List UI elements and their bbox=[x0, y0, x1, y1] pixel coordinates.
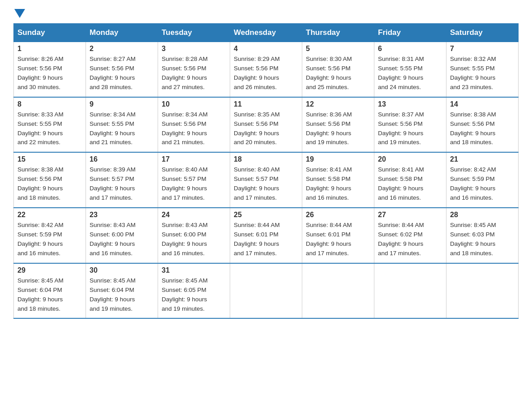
sun-info: Sunrise: 8:26 AMSunset: 5:56 PMDaylight:… bbox=[17, 55, 82, 92]
sun-info: Sunrise: 8:27 AMSunset: 5:56 PMDaylight:… bbox=[90, 55, 154, 92]
calendar-cell: 23Sunrise: 8:43 AMSunset: 6:00 PMDayligh… bbox=[86, 208, 158, 263]
calendar-cell: 20Sunrise: 8:41 AMSunset: 5:58 PMDayligh… bbox=[374, 152, 446, 208]
sun-info: Sunrise: 8:43 AMSunset: 6:00 PMDaylight:… bbox=[90, 221, 154, 258]
sun-info: Sunrise: 8:45 AMSunset: 6:04 PMDaylight:… bbox=[90, 276, 154, 314]
day-number: 4 bbox=[234, 45, 298, 53]
day-number: 6 bbox=[378, 45, 442, 53]
sun-info: Sunrise: 8:34 AMSunset: 5:56 PMDaylight:… bbox=[162, 110, 226, 148]
sun-info: Sunrise: 8:29 AMSunset: 5:56 PMDaylight:… bbox=[234, 55, 298, 92]
calendar-cell: 8Sunrise: 8:33 AMSunset: 5:55 PMDaylight… bbox=[14, 97, 86, 153]
sun-info: Sunrise: 8:31 AMSunset: 5:55 PMDaylight:… bbox=[378, 55, 442, 92]
day-number: 22 bbox=[17, 211, 82, 219]
day-number: 20 bbox=[378, 155, 442, 163]
calendar-cell: 16Sunrise: 8:39 AMSunset: 5:57 PMDayligh… bbox=[86, 152, 158, 208]
calendar-week-5: 29Sunrise: 8:45 AMSunset: 6:04 PMDayligh… bbox=[14, 263, 519, 319]
day-number: 8 bbox=[17, 100, 82, 108]
day-header-wednesday: Wednesday bbox=[230, 24, 302, 42]
day-header-saturday: Saturday bbox=[446, 24, 519, 42]
calendar-cell: 10Sunrise: 8:34 AMSunset: 5:56 PMDayligh… bbox=[158, 97, 230, 153]
calendar-week-1: 1Sunrise: 8:26 AMSunset: 5:56 PMDaylight… bbox=[14, 42, 519, 97]
sun-info: Sunrise: 8:45 AMSunset: 6:05 PMDaylight:… bbox=[162, 276, 226, 314]
sun-info: Sunrise: 8:44 AMSunset: 6:02 PMDaylight:… bbox=[378, 221, 442, 258]
day-header-sunday: Sunday bbox=[14, 24, 86, 42]
day-header-thursday: Thursday bbox=[302, 24, 374, 42]
calendar-cell: 3Sunrise: 8:28 AMSunset: 5:56 PMDaylight… bbox=[158, 42, 230, 97]
sun-info: Sunrise: 8:42 AMSunset: 5:59 PMDaylight:… bbox=[450, 165, 515, 203]
day-number: 23 bbox=[90, 211, 154, 219]
day-number: 5 bbox=[306, 45, 370, 53]
day-number: 29 bbox=[17, 266, 82, 274]
calendar-cell: 6Sunrise: 8:31 AMSunset: 5:55 PMDaylight… bbox=[374, 42, 446, 97]
sun-info: Sunrise: 8:42 AMSunset: 5:59 PMDaylight:… bbox=[17, 221, 82, 258]
day-header-tuesday: Tuesday bbox=[158, 24, 230, 42]
sun-info: Sunrise: 8:40 AMSunset: 5:57 PMDaylight:… bbox=[234, 165, 298, 203]
sun-info: Sunrise: 8:44 AMSunset: 6:01 PMDaylight:… bbox=[306, 221, 370, 258]
calendar-week-2: 8Sunrise: 8:33 AMSunset: 5:55 PMDaylight… bbox=[14, 97, 519, 153]
calendar-cell: 4Sunrise: 8:29 AMSunset: 5:56 PMDaylight… bbox=[230, 42, 302, 97]
sun-info: Sunrise: 8:38 AMSunset: 5:56 PMDaylight:… bbox=[450, 110, 515, 148]
day-number: 1 bbox=[17, 45, 82, 53]
calendar-cell: 29Sunrise: 8:45 AMSunset: 6:04 PMDayligh… bbox=[14, 263, 86, 319]
day-number: 13 bbox=[378, 100, 442, 108]
sun-info: Sunrise: 8:44 AMSunset: 6:01 PMDaylight:… bbox=[234, 221, 298, 258]
sun-info: Sunrise: 8:38 AMSunset: 5:56 PMDaylight:… bbox=[17, 165, 82, 203]
day-number: 3 bbox=[162, 45, 226, 53]
calendar-cell: 19Sunrise: 8:41 AMSunset: 5:58 PMDayligh… bbox=[302, 152, 374, 208]
sun-info: Sunrise: 8:39 AMSunset: 5:57 PMDaylight:… bbox=[90, 165, 154, 203]
sun-info: Sunrise: 8:28 AMSunset: 5:56 PMDaylight:… bbox=[162, 55, 226, 92]
day-number: 16 bbox=[90, 155, 154, 163]
calendar-cell: 28Sunrise: 8:45 AMSunset: 6:03 PMDayligh… bbox=[446, 208, 519, 263]
day-number: 11 bbox=[234, 100, 298, 108]
day-number: 15 bbox=[17, 155, 82, 163]
calendar-cell: 13Sunrise: 8:37 AMSunset: 5:56 PMDayligh… bbox=[374, 97, 446, 153]
calendar-cell: 30Sunrise: 8:45 AMSunset: 6:04 PMDayligh… bbox=[86, 263, 158, 319]
day-header-friday: Friday bbox=[374, 24, 446, 42]
logo-triangle-icon bbox=[14, 9, 25, 18]
sun-info: Sunrise: 8:43 AMSunset: 6:00 PMDaylight:… bbox=[162, 221, 226, 258]
calendar-cell: 21Sunrise: 8:42 AMSunset: 5:59 PMDayligh… bbox=[446, 152, 519, 208]
calendar-cell: 9Sunrise: 8:34 AMSunset: 5:55 PMDaylight… bbox=[86, 97, 158, 153]
calendar-cell: 7Sunrise: 8:32 AMSunset: 5:55 PMDaylight… bbox=[446, 42, 519, 97]
calendar-cell: 17Sunrise: 8:40 AMSunset: 5:57 PMDayligh… bbox=[158, 152, 230, 208]
calendar-table: SundayMondayTuesdayWednesdayThursdayFrid… bbox=[13, 23, 519, 319]
day-number: 21 bbox=[450, 155, 515, 163]
day-number: 9 bbox=[90, 100, 154, 108]
sun-info: Sunrise: 8:32 AMSunset: 5:55 PMDaylight:… bbox=[450, 55, 515, 92]
day-number: 12 bbox=[306, 100, 370, 108]
day-header-monday: Monday bbox=[86, 24, 158, 42]
day-number: 10 bbox=[162, 100, 226, 108]
sun-info: Sunrise: 8:34 AMSunset: 5:55 PMDaylight:… bbox=[90, 110, 154, 148]
calendar-cell bbox=[446, 263, 519, 319]
day-number: 31 bbox=[162, 266, 226, 274]
day-number: 28 bbox=[450, 211, 515, 219]
calendar-cell: 14Sunrise: 8:38 AMSunset: 5:56 PMDayligh… bbox=[446, 97, 519, 153]
calendar-cell: 5Sunrise: 8:30 AMSunset: 5:56 PMDaylight… bbox=[302, 42, 374, 97]
sun-info: Sunrise: 8:45 AMSunset: 6:03 PMDaylight:… bbox=[450, 221, 515, 258]
day-number: 17 bbox=[162, 155, 226, 163]
day-number: 24 bbox=[162, 211, 226, 219]
calendar-cell: 18Sunrise: 8:40 AMSunset: 5:57 PMDayligh… bbox=[230, 152, 302, 208]
sun-info: Sunrise: 8:35 AMSunset: 5:56 PMDaylight:… bbox=[234, 110, 298, 148]
calendar-cell: 25Sunrise: 8:44 AMSunset: 6:01 PMDayligh… bbox=[230, 208, 302, 263]
day-number: 2 bbox=[90, 45, 154, 53]
calendar-cell: 26Sunrise: 8:44 AMSunset: 6:01 PMDayligh… bbox=[302, 208, 374, 263]
calendar-cell: 1Sunrise: 8:26 AMSunset: 5:56 PMDaylight… bbox=[14, 42, 86, 97]
calendar-cell: 31Sunrise: 8:45 AMSunset: 6:05 PMDayligh… bbox=[158, 263, 230, 319]
calendar-cell: 2Sunrise: 8:27 AMSunset: 5:56 PMDaylight… bbox=[86, 42, 158, 97]
day-number: 25 bbox=[234, 211, 298, 219]
calendar-cell bbox=[230, 263, 302, 319]
calendar-cell bbox=[374, 263, 446, 319]
logo bbox=[13, 9, 26, 14]
day-number: 14 bbox=[450, 100, 515, 108]
calendar-cell: 22Sunrise: 8:42 AMSunset: 5:59 PMDayligh… bbox=[14, 208, 86, 263]
page-header bbox=[13, 9, 519, 14]
calendar-cell: 24Sunrise: 8:43 AMSunset: 6:00 PMDayligh… bbox=[158, 208, 230, 263]
sun-info: Sunrise: 8:41 AMSunset: 5:58 PMDaylight:… bbox=[378, 165, 442, 203]
day-number: 19 bbox=[306, 155, 370, 163]
calendar-week-3: 15Sunrise: 8:38 AMSunset: 5:56 PMDayligh… bbox=[14, 152, 519, 208]
sun-info: Sunrise: 8:40 AMSunset: 5:57 PMDaylight:… bbox=[162, 165, 226, 203]
sun-info: Sunrise: 8:41 AMSunset: 5:58 PMDaylight:… bbox=[306, 165, 370, 203]
day-number: 18 bbox=[234, 155, 298, 163]
day-number: 26 bbox=[306, 211, 370, 219]
day-number: 30 bbox=[90, 266, 154, 274]
